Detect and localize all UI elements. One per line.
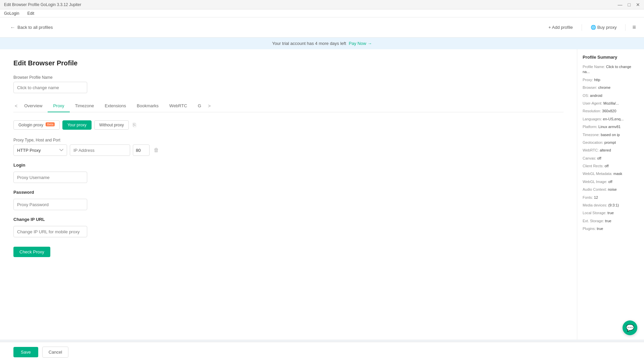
summary-key: WebGL Metadata: bbox=[583, 172, 612, 176]
summary-key: Ext. Storage: bbox=[583, 219, 604, 223]
summary-item: WebGL Metadata: mask bbox=[583, 171, 639, 176]
chat-widget-button[interactable]: 💬 bbox=[623, 320, 637, 335]
form-area: Edit Browser Profile Browser Profile Nam… bbox=[0, 49, 577, 340]
globe-icon: 🌐 bbox=[591, 25, 596, 30]
delete-proxy-button[interactable]: 🗑 bbox=[152, 146, 160, 155]
close-button[interactable]: ✕ bbox=[636, 2, 640, 7]
summary-value: 360x820 bbox=[602, 109, 616, 113]
summary-value: Mozilla/... bbox=[603, 101, 619, 105]
trial-text: Your trial account has 4 more days left bbox=[272, 41, 346, 46]
summary-value: android bbox=[590, 94, 602, 98]
summary-value: prompt bbox=[604, 140, 616, 144]
summary-key: Proxy: bbox=[583, 78, 593, 82]
summary-item: Profile Name: Click to change na... bbox=[583, 64, 639, 75]
menu-edit[interactable]: Edit bbox=[26, 10, 36, 16]
tab-proxy[interactable]: Proxy bbox=[48, 100, 69, 112]
summary-item: Browser: chrome bbox=[583, 85, 639, 90]
summary-item: Ext. Storage: true bbox=[583, 219, 639, 224]
summary-value: chrome bbox=[598, 85, 610, 89]
profile-name-group: Browser Profile Name bbox=[13, 75, 564, 93]
menubar: GoLogin Edit bbox=[0, 9, 644, 17]
summary-item: Fonts: 12 bbox=[583, 195, 639, 200]
summary-value: Linux armv81 bbox=[598, 125, 621, 129]
bottom-bar: Save Cancel bbox=[0, 342, 644, 362]
ip-address-input[interactable] bbox=[70, 144, 130, 156]
proxy-host-row: HTTP Proxy SOCKS5 SOCKS4 🗑 bbox=[13, 144, 564, 156]
profile-name-input[interactable] bbox=[13, 82, 87, 93]
summary-value: mask bbox=[613, 172, 622, 176]
maximize-button[interactable]: □ bbox=[628, 2, 631, 7]
tabs: < Overview Proxy Timezone Extensions Boo… bbox=[13, 100, 564, 112]
summary-item: OS: android bbox=[583, 93, 639, 98]
login-group: Login bbox=[13, 163, 564, 183]
summary-key: WebRTC: bbox=[583, 148, 599, 152]
main-content: Edit Browser Profile Browser Profile Nam… bbox=[0, 49, 644, 340]
tab-prev-button[interactable]: < bbox=[13, 101, 19, 111]
tab-overview[interactable]: Overview bbox=[19, 100, 48, 112]
summary-item: Platform: Linux armv81 bbox=[583, 124, 639, 129]
your-proxy-button[interactable]: Your proxy bbox=[62, 120, 92, 130]
add-profile-button[interactable]: + Add profile bbox=[545, 23, 576, 32]
port-input[interactable] bbox=[133, 144, 150, 156]
summary-title: Profile Summary bbox=[583, 55, 639, 60]
tab-timezone[interactable]: Timezone bbox=[70, 100, 100, 112]
buy-proxy-button[interactable]: 🌐 Buy proxy bbox=[587, 23, 620, 32]
proxy-password-input[interactable] bbox=[13, 199, 87, 210]
beta-badge: Beta bbox=[46, 122, 55, 126]
paste-button[interactable]: ⎘ bbox=[131, 121, 138, 129]
summary-item: Timezone: based on ip bbox=[583, 132, 639, 137]
hamburger-menu-button[interactable]: ≡ bbox=[631, 22, 637, 32]
summary-value: en-US,enq... bbox=[603, 117, 624, 121]
summary-item: Audio Context: noise bbox=[583, 187, 639, 192]
proxy-type-row: Gologin proxy Beta Your proxy Without pr… bbox=[13, 120, 564, 130]
summary-item: Proxy: http bbox=[583, 77, 639, 82]
proxy-type-select[interactable]: HTTP Proxy SOCKS5 SOCKS4 bbox=[13, 144, 67, 156]
summary-value: noise bbox=[608, 187, 616, 191]
summary-value: off bbox=[597, 156, 601, 160]
cancel-button[interactable]: Cancel bbox=[42, 347, 68, 358]
chat-icon: 💬 bbox=[626, 324, 634, 332]
tab-next-button[interactable]: > bbox=[207, 101, 212, 111]
proxy-username-input[interactable] bbox=[13, 172, 87, 183]
login-section-title: Login bbox=[13, 163, 564, 168]
tab-webrtc[interactable]: WebRTC bbox=[164, 100, 193, 112]
summary-value: true bbox=[597, 227, 603, 231]
pay-now-label: Pay Now bbox=[349, 41, 366, 46]
minimize-button[interactable]: — bbox=[618, 2, 623, 7]
add-profile-label: + Add profile bbox=[548, 25, 573, 30]
summary-item: Client Rects: off bbox=[583, 164, 639, 169]
gologin-proxy-button[interactable]: Gologin proxy Beta bbox=[13, 120, 60, 130]
summary-key: Platform: bbox=[583, 125, 597, 129]
change-ip-group: Change IP URL bbox=[13, 217, 564, 237]
summary-key: Local Storage: bbox=[583, 211, 606, 215]
pay-now-link[interactable]: Pay Now → bbox=[349, 41, 372, 46]
summary-items: Profile Name: Click to change na...Proxy… bbox=[583, 64, 639, 232]
tab-extensions[interactable]: Extensions bbox=[99, 100, 131, 112]
summary-key: User-Agent: bbox=[583, 101, 602, 105]
save-button[interactable]: Save bbox=[13, 347, 38, 357]
summary-value: off bbox=[604, 164, 608, 168]
tab-g[interactable]: G bbox=[193, 100, 207, 112]
check-proxy-button[interactable]: Check Proxy bbox=[13, 247, 50, 257]
summary-value: true bbox=[607, 211, 614, 215]
titlebar-title: Edit Browser Profile GoLogin 3.3.12 Jupi… bbox=[4, 2, 618, 7]
summary-item: Media devices: (9:3:1) bbox=[583, 203, 639, 208]
summary-key: Client Rects: bbox=[583, 164, 603, 168]
summary-value: 12 bbox=[594, 195, 598, 199]
summary-item: Languages: en-US,enq... bbox=[583, 117, 639, 122]
summary-key: Plugins: bbox=[583, 227, 596, 231]
pay-now-arrow-icon: → bbox=[368, 41, 372, 46]
tab-bookmarks[interactable]: Bookmarks bbox=[131, 100, 164, 112]
change-ip-input[interactable] bbox=[13, 226, 87, 237]
proxy-host-label: Proxy Type, Host and Port bbox=[13, 138, 564, 142]
without-proxy-button[interactable]: Without proxy bbox=[94, 120, 129, 130]
summary-item: Canvas: off bbox=[583, 156, 639, 161]
back-label: Back to all profiles bbox=[17, 25, 53, 30]
menu-gologin[interactable]: GoLogin bbox=[3, 10, 20, 16]
profile-summary: Profile Summary Profile Name: Click to c… bbox=[577, 49, 644, 340]
summary-item: Local Storage: true bbox=[583, 210, 639, 216]
nav-divider-2 bbox=[625, 24, 626, 31]
back-arrow-icon: ← bbox=[10, 24, 15, 31]
back-to-profiles-button[interactable]: ← Back to all profiles bbox=[7, 22, 56, 33]
summary-key: Profile Name: bbox=[583, 65, 605, 69]
